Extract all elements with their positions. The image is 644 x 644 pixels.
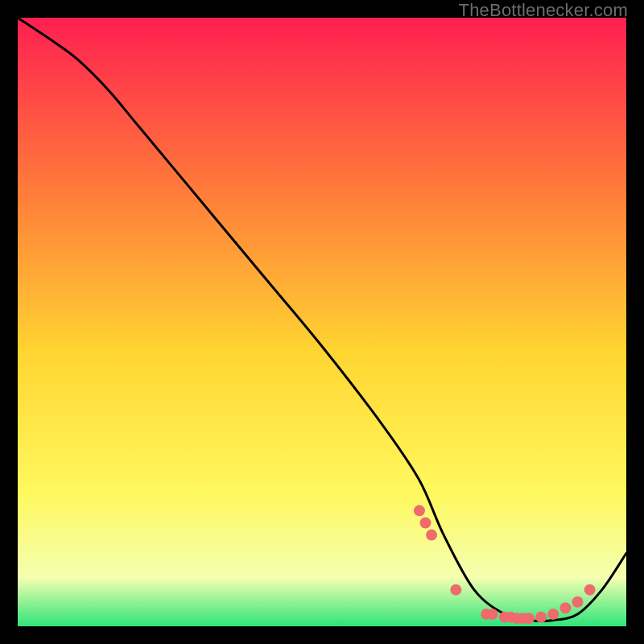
- marker-dot: [559, 602, 571, 613]
- curve-layer: [18, 18, 626, 626]
- marker-dots: [414, 505, 596, 624]
- chart-stage: TheBottlenecker.com: [0, 0, 644, 644]
- watermark-text: TheBottlenecker.com: [459, 0, 628, 21]
- marker-dot: [420, 517, 431, 528]
- marker-dot: [414, 505, 425, 516]
- marker-dot: [487, 609, 498, 620]
- bottleneck-curve: [18, 18, 626, 621]
- marker-dot: [584, 584, 596, 596]
- marker-dot: [523, 613, 535, 624]
- marker-dot: [535, 612, 547, 623]
- marker-dot: [450, 584, 461, 596]
- marker-dot: [547, 609, 559, 620]
- marker-dot: [572, 597, 584, 608]
- marker-dot: [426, 530, 437, 541]
